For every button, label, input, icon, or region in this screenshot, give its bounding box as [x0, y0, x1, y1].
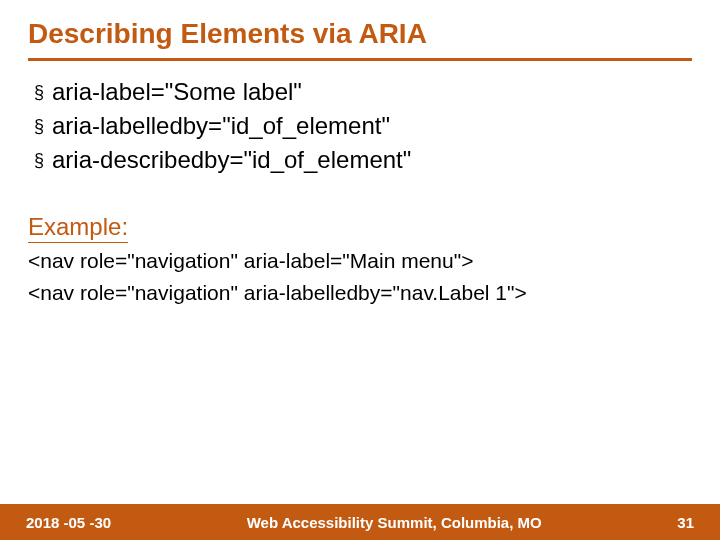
list-item: § aria-labelledby="id_of_element": [34, 111, 692, 141]
footer-title: Web Accessibility Summit, Columbia, MO: [111, 514, 677, 531]
title-underline: [28, 58, 692, 61]
bullet-list: § aria-label="Some label" § aria-labelle…: [34, 77, 692, 175]
code-line: <nav role="navigation" aria-labelledby="…: [28, 279, 692, 307]
slide: Describing Elements via ARIA § aria-labe…: [0, 0, 720, 540]
footer-date: 2018 -05 -30: [26, 514, 111, 531]
code-line: <nav role="navigation" aria-label="Main …: [28, 247, 692, 275]
list-item: § aria-label="Some label": [34, 77, 692, 107]
bullet-icon: §: [34, 111, 44, 141]
example-heading: Example:: [28, 213, 128, 243]
bullet-icon: §: [34, 145, 44, 175]
bullet-text: aria-labelledby="id_of_element": [52, 111, 390, 141]
bullet-text: aria-label="Some label": [52, 77, 302, 107]
list-item: § aria-describedby="id_of_element": [34, 145, 692, 175]
slide-footer: 2018 -05 -30 Web Accessibility Summit, C…: [0, 504, 720, 540]
bullet-text: aria-describedby="id_of_element": [52, 145, 411, 175]
footer-page-number: 31: [677, 514, 694, 531]
bullet-icon: §: [34, 77, 44, 107]
slide-title: Describing Elements via ARIA: [28, 18, 692, 56]
